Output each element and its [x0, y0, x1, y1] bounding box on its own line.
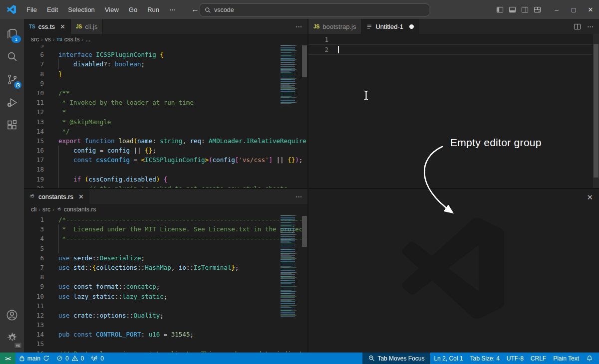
- line-number: 5: [24, 45, 44, 50]
- maximize-button[interactable]: ▢: [565, 0, 582, 19]
- minimap[interactable]: [281, 215, 300, 317]
- remote-indicator[interactable]: ><: [0, 353, 15, 364]
- breadcrumb[interactable]: cli› src› constants.rs: [24, 204, 307, 215]
- code-line[interactable]: 9: [24, 79, 280, 88]
- code-line[interactable]: 5: [24, 244, 280, 253]
- menu-item[interactable]: Go: [124, 4, 142, 15]
- activity-search[interactable]: [0, 45, 24, 68]
- activity-explorer[interactable]: 1: [0, 22, 24, 45]
- ports-status-item[interactable]: 0: [87, 353, 107, 364]
- close-button[interactable]: ✕: [582, 0, 599, 19]
- breadcrumb-item[interactable]: ...: [85, 36, 90, 43]
- code-line[interactable]: 5: [24, 45, 280, 50]
- menu-item[interactable]: View: [100, 4, 123, 15]
- code-line[interactable]: 11: [24, 301, 280, 311]
- problems-status-item[interactable]: 0 0: [53, 353, 87, 364]
- breadcrumb[interactable]: src› vs› TS css.ts› ...: [24, 34, 307, 45]
- breadcrumb-item[interactable]: css.ts: [64, 36, 80, 43]
- empty-editor-group[interactable]: ✕: [308, 189, 599, 353]
- code-line[interactable]: 19 if (cssConfig.disabled) {: [24, 175, 280, 184]
- code-line[interactable]: 3 * Licensed under the MIT License. See …: [24, 224, 280, 234]
- account-button[interactable]: [0, 304, 24, 327]
- code-line[interactable]: 7 disabled?: boolean;: [24, 59, 280, 69]
- command-center-search[interactable]: vscode: [200, 3, 429, 16]
- code-line[interactable]: 11 * Invoked by the loader at run-time: [24, 98, 280, 107]
- code-line[interactable]: 20 // the plugin is asked to not create …: [24, 184, 280, 188]
- eol-item[interactable]: CRLF: [527, 353, 550, 364]
- tab-close-icon[interactable]: ✕: [60, 23, 65, 30]
- code-line[interactable]: 13: [24, 320, 280, 330]
- editor-constants-rs[interactable]: 1/*-------------------------------------…: [24, 215, 307, 353]
- menu-item[interactable]: Edit: [42, 4, 62, 15]
- tab-close-icon[interactable]: ✕: [78, 193, 84, 200]
- code-line[interactable]: 15: [24, 339, 280, 349]
- tab-moves-focus-item[interactable]: Tab Moves Focus: [362, 353, 430, 364]
- editor-untitled-1[interactable]: 12: [308, 34, 599, 188]
- scrollbar[interactable]: [301, 215, 307, 353]
- language-mode-item[interactable]: Plain Text: [550, 353, 583, 364]
- code-line[interactable]: 10use lazy_static::lazy_static;: [24, 292, 280, 301]
- code-line[interactable]: 8: [24, 272, 280, 282]
- breadcrumb-item[interactable]: src: [31, 36, 39, 43]
- breadcrumb-item[interactable]: cli: [31, 206, 36, 213]
- code-line[interactable]: 9use const_format::concatcp;: [24, 282, 280, 291]
- editor-actions-more-icon[interactable]: ⋯: [296, 23, 302, 30]
- editor-css-ts[interactable]: 56interface ICSSPluginConfig {7 disabled…: [24, 45, 307, 188]
- tab-css-ts[interactable]: TS css.ts ✕: [24, 19, 71, 34]
- breadcrumb-item[interactable]: constants.rs: [64, 206, 96, 213]
- split-editor-icon[interactable]: [574, 23, 581, 30]
- breadcrumb-item[interactable]: vs: [45, 36, 51, 43]
- minimap[interactable]: [281, 45, 300, 104]
- menu-item[interactable]: File: [22, 4, 41, 15]
- code-line[interactable]: 17 const cssConfig = <ICSSPluginConfig>(…: [24, 155, 280, 165]
- code-line[interactable]: 12 *: [24, 107, 280, 117]
- toggle-secondary-sidebar-icon[interactable]: [521, 6, 529, 13]
- indentation-item[interactable]: Tab Size: 4: [466, 353, 503, 364]
- editor-actions-more-icon[interactable]: ⋯: [587, 23, 594, 30]
- customize-layout-icon[interactable]: [534, 6, 541, 13]
- scrollbar[interactable]: [301, 45, 307, 188]
- code-line[interactable]: 15export function load(name: string, req…: [24, 136, 280, 146]
- encoding-item[interactable]: UTF-8: [503, 353, 527, 364]
- breadcrumb-item[interactable]: src: [42, 206, 50, 213]
- settings-button[interactable]: vs: [0, 327, 24, 350]
- branch-status-item[interactable]: main: [15, 353, 53, 364]
- code-line[interactable]: 6interface ICSSPluginConfig {: [24, 50, 280, 59]
- close-group-icon[interactable]: ✕: [587, 193, 593, 202]
- activity-source-control[interactable]: [0, 68, 24, 91]
- code-line[interactable]: 18: [24, 165, 280, 174]
- tab-untitled-1[interactable]: Untitled-1: [361, 19, 419, 34]
- code-line[interactable]: 12use crate::options::Quality;: [24, 311, 280, 320]
- code-line[interactable]: 14pub const CONTROL_PORT: u16 = 31545;: [24, 330, 280, 339]
- activity-run-debug[interactable]: [0, 91, 24, 114]
- code-line[interactable]: 8}: [24, 69, 280, 79]
- minimize-button[interactable]: –: [548, 0, 565, 19]
- tab-constants-rs[interactable]: constants.rs ✕: [24, 189, 89, 204]
- scrollbar[interactable]: [593, 34, 599, 188]
- code-line[interactable]: 2: [308, 44, 592, 55]
- cursor-position-item[interactable]: Ln 2, Col 1: [430, 353, 466, 364]
- menu-item[interactable]: ⋯: [165, 4, 180, 15]
- toggle-panel-icon[interactable]: [509, 6, 516, 13]
- activity-extensions[interactable]: [0, 114, 24, 137]
- code-line[interactable]: 1: [308, 35, 592, 44]
- code-line[interactable]: 6use serde::Deserialize;: [24, 253, 280, 263]
- notifications-bell[interactable]: [583, 353, 599, 364]
- code-line[interactable]: 7use std::{collections::HashMap, io::IsT…: [24, 263, 280, 272]
- toggle-sidebar-icon[interactable]: [496, 6, 504, 13]
- code-line[interactable]: 16 config = config || {};: [24, 146, 280, 155]
- tab-cli-js[interactable]: JS cli.js: [71, 19, 103, 34]
- menu-item[interactable]: Run: [143, 4, 164, 15]
- code-line[interactable]: 13 * @skipMangle: [24, 117, 280, 127]
- code-line[interactable]: 4 *-------------------------------------…: [24, 234, 280, 243]
- code-line[interactable]: 10/**: [24, 88, 280, 98]
- menu-bar[interactable]: FileEditSelectionViewGoRun⋯: [22, 4, 180, 15]
- code-line[interactable]: 1/*-------------------------------------…: [24, 215, 280, 224]
- dirty-indicator-icon[interactable]: [409, 24, 414, 29]
- editor-actions-more-icon[interactable]: ⋯: [296, 193, 302, 200]
- nav-back-button[interactable]: ←: [191, 5, 199, 14]
- menu-item[interactable]: Selection: [63, 4, 99, 15]
- code-line[interactable]: 16/// Protocol version sent to clients. …: [24, 349, 280, 353]
- tab-bootstrap-js[interactable]: JS bootstrap.js: [308, 19, 361, 34]
- code-line[interactable]: 14 */: [24, 127, 280, 136]
